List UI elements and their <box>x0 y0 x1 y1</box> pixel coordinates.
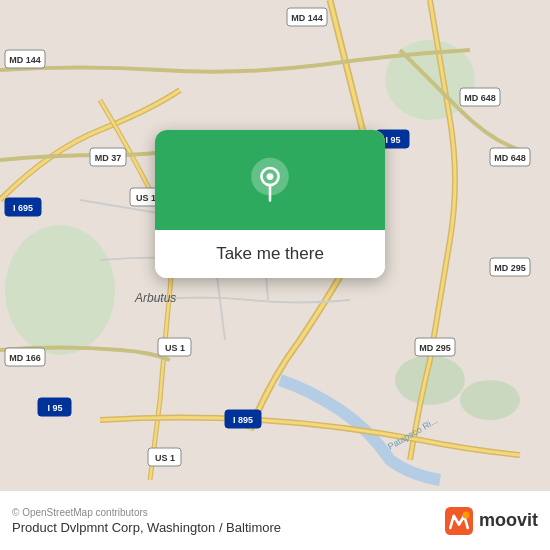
svg-point-41 <box>462 511 469 518</box>
svg-text:I 95: I 95 <box>47 403 62 413</box>
svg-text:MD 295: MD 295 <box>419 343 451 353</box>
svg-text:MD 648: MD 648 <box>494 153 526 163</box>
popup-top <box>155 130 385 230</box>
svg-point-1 <box>5 225 115 355</box>
svg-text:US 1: US 1 <box>155 453 175 463</box>
copyright-text: © OpenStreetMap contributors <box>12 507 281 518</box>
svg-text:MD 37: MD 37 <box>95 153 122 163</box>
svg-text:US 1: US 1 <box>165 343 185 353</box>
svg-text:MD 648: MD 648 <box>464 93 496 103</box>
svg-text:MD 144: MD 144 <box>9 55 41 65</box>
svg-text:I 695: I 695 <box>13 203 33 213</box>
svg-text:I 895: I 895 <box>233 415 253 425</box>
take-me-there-button[interactable]: Take me there <box>155 230 385 278</box>
svg-text:MD 166: MD 166 <box>9 353 41 363</box>
svg-text:MD 295: MD 295 <box>494 263 526 273</box>
moovit-brand-icon <box>445 507 473 535</box>
map-container: MD 144 MD 144 MD 37 I 695 US 1 I 95 MD 6… <box>0 0 550 490</box>
svg-text:I 95: I 95 <box>385 135 400 145</box>
svg-rect-40 <box>445 507 473 535</box>
popup-card: Take me there <box>155 130 385 278</box>
footer-title: Product Dvlpmnt Corp, Washington / Balti… <box>12 520 281 535</box>
svg-text:MD 144: MD 144 <box>291 13 323 23</box>
location-pin-icon <box>246 156 294 204</box>
footer: © OpenStreetMap contributors Product Dvl… <box>0 490 550 550</box>
svg-text:Arbutus: Arbutus <box>134 291 176 305</box>
svg-point-4 <box>460 380 520 420</box>
svg-point-39 <box>267 173 274 180</box>
moovit-brand-text: moovit <box>479 510 538 531</box>
moovit-logo: moovit <box>445 507 538 535</box>
svg-text:US 1: US 1 <box>136 193 156 203</box>
footer-left: © OpenStreetMap contributors Product Dvl… <box>12 507 281 535</box>
